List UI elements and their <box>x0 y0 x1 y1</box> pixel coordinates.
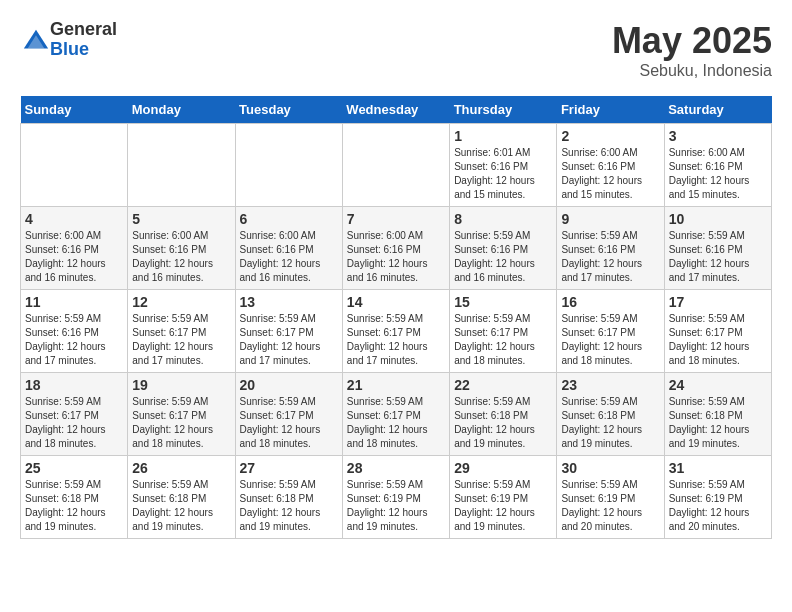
day-number: 29 <box>454 460 552 476</box>
calendar-week-5: 25Sunrise: 5:59 AM Sunset: 6:18 PM Dayli… <box>21 456 772 539</box>
day-number: 9 <box>561 211 659 227</box>
calendar-cell: 13Sunrise: 5:59 AM Sunset: 6:17 PM Dayli… <box>235 290 342 373</box>
calendar-cell: 19Sunrise: 5:59 AM Sunset: 6:17 PM Dayli… <box>128 373 235 456</box>
day-info: Sunrise: 6:00 AM Sunset: 6:16 PM Dayligh… <box>25 229 123 285</box>
day-info: Sunrise: 6:00 AM Sunset: 6:16 PM Dayligh… <box>240 229 338 285</box>
weekday-header-friday: Friday <box>557 96 664 124</box>
calendar-cell: 1Sunrise: 6:01 AM Sunset: 6:16 PM Daylig… <box>450 124 557 207</box>
calendar-cell: 16Sunrise: 5:59 AM Sunset: 6:17 PM Dayli… <box>557 290 664 373</box>
day-info: Sunrise: 6:00 AM Sunset: 6:16 PM Dayligh… <box>132 229 230 285</box>
calendar-cell: 18Sunrise: 5:59 AM Sunset: 6:17 PM Dayli… <box>21 373 128 456</box>
day-info: Sunrise: 5:59 AM Sunset: 6:16 PM Dayligh… <box>669 229 767 285</box>
calendar-table: SundayMondayTuesdayWednesdayThursdayFrid… <box>20 96 772 539</box>
calendar-cell: 11Sunrise: 5:59 AM Sunset: 6:16 PM Dayli… <box>21 290 128 373</box>
day-number: 5 <box>132 211 230 227</box>
calendar-cell: 31Sunrise: 5:59 AM Sunset: 6:19 PM Dayli… <box>664 456 771 539</box>
calendar-cell: 28Sunrise: 5:59 AM Sunset: 6:19 PM Dayli… <box>342 456 449 539</box>
day-number: 26 <box>132 460 230 476</box>
calendar-cell: 10Sunrise: 5:59 AM Sunset: 6:16 PM Dayli… <box>664 207 771 290</box>
day-number: 1 <box>454 128 552 144</box>
day-info: Sunrise: 5:59 AM Sunset: 6:18 PM Dayligh… <box>240 478 338 534</box>
calendar-cell: 30Sunrise: 5:59 AM Sunset: 6:19 PM Dayli… <box>557 456 664 539</box>
calendar-cell <box>128 124 235 207</box>
day-info: Sunrise: 5:59 AM Sunset: 6:18 PM Dayligh… <box>561 395 659 451</box>
day-info: Sunrise: 5:59 AM Sunset: 6:17 PM Dayligh… <box>240 312 338 368</box>
day-number: 24 <box>669 377 767 393</box>
calendar-week-3: 11Sunrise: 5:59 AM Sunset: 6:16 PM Dayli… <box>21 290 772 373</box>
title-block: May 2025 Sebuku, Indonesia <box>612 20 772 80</box>
day-number: 25 <box>25 460 123 476</box>
calendar-cell <box>235 124 342 207</box>
day-info: Sunrise: 5:59 AM Sunset: 6:18 PM Dayligh… <box>132 478 230 534</box>
calendar-header-row: SundayMondayTuesdayWednesdayThursdayFrid… <box>21 96 772 124</box>
day-number: 21 <box>347 377 445 393</box>
weekday-header-tuesday: Tuesday <box>235 96 342 124</box>
calendar-cell: 8Sunrise: 5:59 AM Sunset: 6:16 PM Daylig… <box>450 207 557 290</box>
weekday-header-saturday: Saturday <box>664 96 771 124</box>
calendar-cell: 5Sunrise: 6:00 AM Sunset: 6:16 PM Daylig… <box>128 207 235 290</box>
day-info: Sunrise: 5:59 AM Sunset: 6:16 PM Dayligh… <box>561 229 659 285</box>
day-number: 12 <box>132 294 230 310</box>
weekday-header-thursday: Thursday <box>450 96 557 124</box>
calendar-cell: 6Sunrise: 6:00 AM Sunset: 6:16 PM Daylig… <box>235 207 342 290</box>
weekday-header-monday: Monday <box>128 96 235 124</box>
day-info: Sunrise: 6:00 AM Sunset: 6:16 PM Dayligh… <box>561 146 659 202</box>
calendar-cell: 25Sunrise: 5:59 AM Sunset: 6:18 PM Dayli… <box>21 456 128 539</box>
day-number: 10 <box>669 211 767 227</box>
calendar-cell: 12Sunrise: 5:59 AM Sunset: 6:17 PM Dayli… <box>128 290 235 373</box>
day-number: 16 <box>561 294 659 310</box>
day-info: Sunrise: 5:59 AM Sunset: 6:17 PM Dayligh… <box>25 395 123 451</box>
day-number: 14 <box>347 294 445 310</box>
day-info: Sunrise: 5:59 AM Sunset: 6:17 PM Dayligh… <box>669 312 767 368</box>
day-number: 11 <box>25 294 123 310</box>
day-info: Sunrise: 5:59 AM Sunset: 6:19 PM Dayligh… <box>561 478 659 534</box>
day-number: 19 <box>132 377 230 393</box>
calendar-week-2: 4Sunrise: 6:00 AM Sunset: 6:16 PM Daylig… <box>21 207 772 290</box>
day-info: Sunrise: 5:59 AM Sunset: 6:19 PM Dayligh… <box>454 478 552 534</box>
day-info: Sunrise: 5:59 AM Sunset: 6:17 PM Dayligh… <box>240 395 338 451</box>
day-info: Sunrise: 5:59 AM Sunset: 6:18 PM Dayligh… <box>454 395 552 451</box>
day-number: 4 <box>25 211 123 227</box>
day-number: 28 <box>347 460 445 476</box>
weekday-header-wednesday: Wednesday <box>342 96 449 124</box>
day-number: 30 <box>561 460 659 476</box>
day-number: 8 <box>454 211 552 227</box>
day-info: Sunrise: 5:59 AM Sunset: 6:16 PM Dayligh… <box>25 312 123 368</box>
day-number: 31 <box>669 460 767 476</box>
day-number: 22 <box>454 377 552 393</box>
calendar-cell: 9Sunrise: 5:59 AM Sunset: 6:16 PM Daylig… <box>557 207 664 290</box>
calendar-cell: 24Sunrise: 5:59 AM Sunset: 6:18 PM Dayli… <box>664 373 771 456</box>
day-info: Sunrise: 5:59 AM Sunset: 6:19 PM Dayligh… <box>347 478 445 534</box>
day-number: 7 <box>347 211 445 227</box>
day-number: 27 <box>240 460 338 476</box>
calendar-cell: 22Sunrise: 5:59 AM Sunset: 6:18 PM Dayli… <box>450 373 557 456</box>
day-info: Sunrise: 5:59 AM Sunset: 6:18 PM Dayligh… <box>669 395 767 451</box>
calendar-week-1: 1Sunrise: 6:01 AM Sunset: 6:16 PM Daylig… <box>21 124 772 207</box>
page-header: General Blue May 2025 Sebuku, Indonesia <box>20 20 772 80</box>
calendar-cell: 23Sunrise: 5:59 AM Sunset: 6:18 PM Dayli… <box>557 373 664 456</box>
day-info: Sunrise: 5:59 AM Sunset: 6:18 PM Dayligh… <box>25 478 123 534</box>
logo-blue-text: Blue <box>50 40 117 60</box>
calendar-cell: 26Sunrise: 5:59 AM Sunset: 6:18 PM Dayli… <box>128 456 235 539</box>
day-number: 23 <box>561 377 659 393</box>
logo: General Blue <box>20 20 117 60</box>
logo-general-text: General <box>50 20 117 40</box>
day-info: Sunrise: 5:59 AM Sunset: 6:17 PM Dayligh… <box>347 395 445 451</box>
calendar-cell <box>21 124 128 207</box>
calendar-cell: 14Sunrise: 5:59 AM Sunset: 6:17 PM Dayli… <box>342 290 449 373</box>
day-info: Sunrise: 5:59 AM Sunset: 6:19 PM Dayligh… <box>669 478 767 534</box>
day-info: Sunrise: 5:59 AM Sunset: 6:17 PM Dayligh… <box>561 312 659 368</box>
location: Sebuku, Indonesia <box>612 62 772 80</box>
calendar-cell: 27Sunrise: 5:59 AM Sunset: 6:18 PM Dayli… <box>235 456 342 539</box>
day-number: 3 <box>669 128 767 144</box>
day-number: 13 <box>240 294 338 310</box>
day-info: Sunrise: 5:59 AM Sunset: 6:17 PM Dayligh… <box>347 312 445 368</box>
day-info: Sunrise: 6:00 AM Sunset: 6:16 PM Dayligh… <box>669 146 767 202</box>
calendar-cell: 17Sunrise: 5:59 AM Sunset: 6:17 PM Dayli… <box>664 290 771 373</box>
month-title: May 2025 <box>612 20 772 62</box>
day-info: Sunrise: 5:59 AM Sunset: 6:17 PM Dayligh… <box>132 395 230 451</box>
day-info: Sunrise: 6:01 AM Sunset: 6:16 PM Dayligh… <box>454 146 552 202</box>
day-number: 17 <box>669 294 767 310</box>
calendar-cell: 20Sunrise: 5:59 AM Sunset: 6:17 PM Dayli… <box>235 373 342 456</box>
day-number: 2 <box>561 128 659 144</box>
